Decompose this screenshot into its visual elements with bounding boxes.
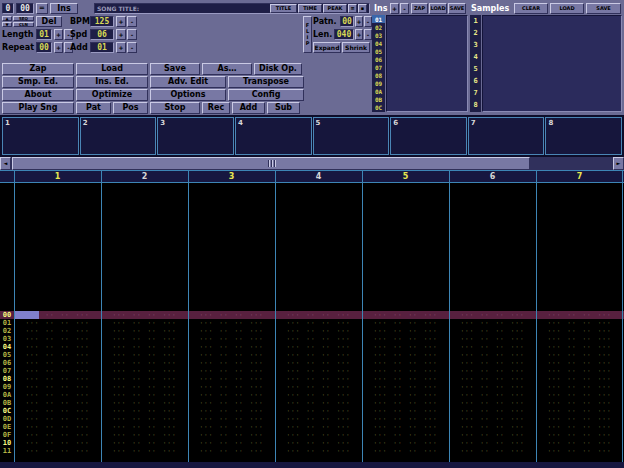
pattern-cell[interactable]: ·········· xyxy=(188,319,275,327)
pattern-cell[interactable]: ·········· xyxy=(449,359,536,367)
pattern-cell[interactable]: ·········· xyxy=(14,335,101,343)
instrument-number[interactable]: 07 xyxy=(372,63,385,71)
pattern-cell[interactable]: ·········· xyxy=(101,367,188,375)
pattern-cell[interactable]: ·········· xyxy=(536,359,623,367)
pattern-cell[interactable]: ·········· xyxy=(101,391,188,399)
record-button[interactable]: Rec xyxy=(202,102,230,114)
pattern-cell[interactable]: ·········· xyxy=(536,319,623,327)
instrument-plus-button[interactable]: + xyxy=(390,3,399,14)
pattern-cell[interactable]: ·········· xyxy=(101,415,188,423)
pattern-cell[interactable]: ·········· xyxy=(449,391,536,399)
pattern-cell[interactable]: ·········· xyxy=(536,407,623,415)
length-plus-button[interactable]: + xyxy=(54,29,63,40)
track-slot[interactable]: 6 xyxy=(390,117,467,155)
pattern-cell[interactable]: ·········· xyxy=(275,399,362,407)
pattern-cell[interactable]: ·········· xyxy=(362,439,449,447)
pattern-cell[interactable]: ·········· xyxy=(188,383,275,391)
pattern-cell[interactable]: ·········· xyxy=(188,431,275,439)
pattern-cell[interactable]: ·········· xyxy=(101,383,188,391)
equals-button[interactable]: = xyxy=(36,3,48,14)
channel-number[interactable]: 2 xyxy=(101,171,188,182)
pattern-cell[interactable]: ·········· xyxy=(449,367,536,375)
pattern-cell[interactable]: ·········· xyxy=(362,447,449,455)
seq-button[interactable]: SEQ xyxy=(13,16,34,21)
pattern-cell[interactable]: ·········· xyxy=(101,399,188,407)
pattern-cell[interactable]: ·········· xyxy=(362,359,449,367)
pattern-cell[interactable]: ·········· xyxy=(275,415,362,423)
pattern-cell[interactable]: ·········· xyxy=(275,351,362,359)
insert-position-button[interactable]: Ins xyxy=(50,3,78,14)
sample-editor-button[interactable]: Smp. Ed. xyxy=(2,76,74,88)
add-button[interactable]: Add xyxy=(232,102,265,114)
pattern-cell[interactable]: ·········· xyxy=(14,447,101,455)
pattern-cell[interactable]: ·········· xyxy=(449,439,536,447)
hscroll-thumb[interactable] xyxy=(12,157,530,170)
pattern-cell[interactable]: ·········· xyxy=(275,423,362,431)
zap-button[interactable]: Zap xyxy=(2,63,74,75)
instrument-load-button[interactable]: LOAD xyxy=(429,3,447,14)
pattern-cell[interactable]: ·········· xyxy=(275,431,362,439)
pattern-cell[interactable]: ·········· xyxy=(449,399,536,407)
instrument-number[interactable]: 04 xyxy=(372,39,385,47)
pattern-cell[interactable]: ·········· xyxy=(275,319,362,327)
delete-position-button[interactable]: Del xyxy=(36,16,62,27)
time-button[interactable]: TIME xyxy=(298,4,322,13)
pattern-cell[interactable]: ·········· xyxy=(188,423,275,431)
pattern-cell[interactable]: ·········· xyxy=(101,327,188,335)
pattern-cell[interactable]: ·········· xyxy=(188,367,275,375)
pattern-cell[interactable]: ·········· xyxy=(449,447,536,455)
channel-number[interactable]: 7 xyxy=(536,171,623,182)
expand-button[interactable]: Expand xyxy=(313,42,341,53)
pattern-cell[interactable]: ·········· xyxy=(188,327,275,335)
square-icon-button[interactable]: ▪ xyxy=(358,4,367,13)
add-minus-button[interactable]: - xyxy=(127,42,137,53)
pattern-cell[interactable]: ·········· xyxy=(275,375,362,383)
repeat-plus-button[interactable]: + xyxy=(54,42,63,53)
save-as-button[interactable]: As… xyxy=(202,63,252,75)
pattern-cell[interactable]: ·········· xyxy=(188,439,275,447)
advanced-edit-button[interactable]: Adv. Edit xyxy=(150,76,226,88)
pattern-cell[interactable]: ·········· xyxy=(188,343,275,351)
pattern-cell[interactable]: ·········· xyxy=(14,391,101,399)
pattern-cell[interactable]: ·········· xyxy=(275,327,362,335)
pattern-cell[interactable]: ·········· xyxy=(14,399,101,407)
pattern-cell[interactable]: ·········· xyxy=(449,383,536,391)
pattern-cell[interactable]: ·········· xyxy=(536,311,623,319)
instrument-number[interactable]: 06 xyxy=(372,55,385,63)
pattern-cell[interactable]: ·········· xyxy=(14,327,101,335)
stop-button[interactable]: Stop xyxy=(150,102,200,114)
instrument-number[interactable]: 05 xyxy=(372,47,385,55)
pattern-plus-button[interactable]: + xyxy=(355,16,363,27)
pattern-cell[interactable]: ·········· xyxy=(14,375,101,383)
channel-number[interactable]: 4 xyxy=(275,171,362,182)
track-slot[interactable]: 8 xyxy=(545,117,622,155)
pattern-cell[interactable]: ·········· xyxy=(362,375,449,383)
instrument-save-button[interactable]: SAVE xyxy=(448,3,466,14)
pattern-cell[interactable]: ·········· xyxy=(14,359,101,367)
track-slot[interactable]: 4 xyxy=(235,117,312,155)
pattern-cell[interactable]: ·········· xyxy=(14,383,101,391)
pattern-cell[interactable]: ·········· xyxy=(362,415,449,423)
cln-button[interactable]: CLN xyxy=(13,22,34,27)
instrument-number[interactable]: 08 xyxy=(372,71,385,79)
track-slot[interactable]: 5 xyxy=(313,117,390,155)
config-button[interactable]: Config xyxy=(228,89,304,101)
position-up-button[interactable]: ▲ xyxy=(2,16,12,21)
pattern-cell[interactable]: ·········· xyxy=(14,367,101,375)
pattern-cell[interactable]: ·········· xyxy=(449,335,536,343)
pattern-cell[interactable]: ·········· xyxy=(449,343,536,351)
pattern-cell[interactable]: ·········· xyxy=(275,359,362,367)
sample-name-list[interactable] xyxy=(482,15,622,112)
pattern-cell[interactable]: ·········· xyxy=(536,399,623,407)
pattern-cell[interactable]: ·········· xyxy=(536,415,623,423)
pattern-cell[interactable]: ·········· xyxy=(362,423,449,431)
pattern-cell[interactable]: ·········· xyxy=(362,319,449,327)
pattern-cell[interactable]: ·········· xyxy=(536,439,623,447)
sample-number[interactable]: 8 xyxy=(470,99,481,111)
bpm-plus-button[interactable]: + xyxy=(116,16,126,27)
pattern-cell[interactable]: ·········· xyxy=(14,351,101,359)
scroll-right-button[interactable]: ► xyxy=(613,157,624,170)
pattern-cell[interactable]: ·········· xyxy=(536,431,623,439)
pattern-cell[interactable]: ·········· xyxy=(101,439,188,447)
play-song-button[interactable]: Play Sng xyxy=(2,102,74,114)
